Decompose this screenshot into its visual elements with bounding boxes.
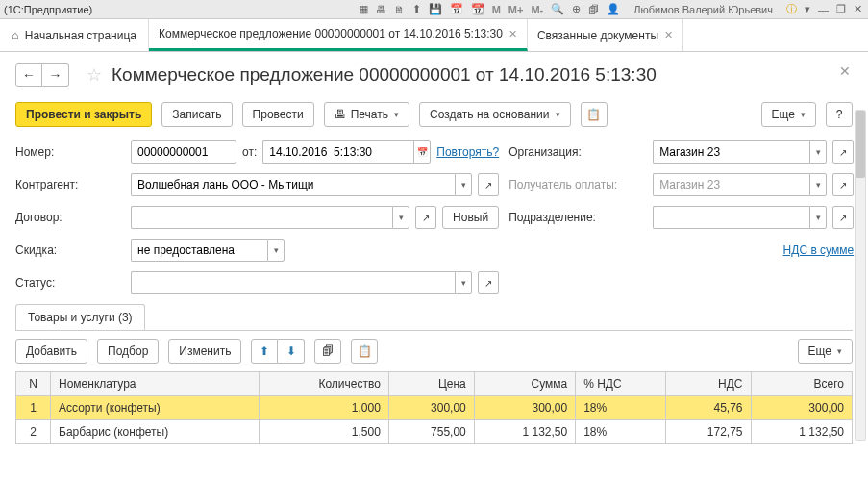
open-icon[interactable]: ↗ (478, 271, 499, 294)
copy-button[interactable]: 🗐 (314, 339, 341, 364)
table-cell[interactable]: 1 132,50 (474, 420, 575, 444)
table-cell[interactable]: 300,00 (751, 396, 852, 420)
col-n[interactable]: N (16, 372, 51, 396)
calendar-icon[interactable]: 📅 (413, 140, 431, 164)
m-button[interactable]: M (490, 4, 503, 15)
date-input[interactable] (262, 140, 413, 164)
table-cell[interactable]: 1 132,50 (751, 420, 852, 444)
minimize-button[interactable]: — (816, 4, 831, 15)
m-minus-button[interactable]: M- (529, 4, 545, 15)
page-close-icon[interactable]: ✕ (839, 63, 851, 79)
table-row[interactable]: 1Ассорти (конфеты)1,000300,00300,0018%45… (16, 396, 853, 420)
table-cell[interactable]: Ассорти (конфеты) (51, 396, 260, 420)
division-input[interactable] (653, 206, 809, 229)
payee-input[interactable] (653, 173, 809, 196)
chevron-down-icon[interactable]: ▾ (455, 173, 472, 196)
table-cell[interactable]: 2 (16, 420, 51, 444)
table-cell[interactable]: 300,00 (388, 396, 474, 420)
scrollbar-thumb[interactable] (856, 111, 865, 178)
dropdown-icon[interactable]: ▾ (803, 3, 812, 15)
post-close-button[interactable]: Провести и закрыть (15, 102, 152, 127)
back-button[interactable]: ← (15, 63, 42, 87)
repeat-link[interactable]: Повторять? (436, 145, 499, 159)
payee-group: ▾ ↗ (653, 173, 854, 196)
chevron-down-icon[interactable]: ▾ (392, 206, 409, 229)
table-cell[interactable]: 755,00 (388, 420, 474, 444)
toolbar-icon[interactable]: ▦ (357, 3, 370, 15)
calc-icon[interactable]: 📅 (448, 3, 465, 15)
star-icon[interactable]: ☆ (87, 64, 102, 86)
restore-button[interactable]: ❐ (834, 3, 848, 15)
col-sum[interactable]: Сумма (474, 372, 575, 396)
chevron-down-icon[interactable]: ▾ (267, 239, 285, 262)
org-input[interactable] (653, 140, 809, 164)
save-button[interactable]: Записать (161, 102, 232, 127)
home-tab[interactable]: ⌂ Начальная страница (0, 19, 149, 51)
open-icon[interactable]: ↗ (832, 173, 854, 196)
table-cell[interactable]: 18% (576, 396, 665, 420)
table-cell[interactable]: Барбарис (конфеты) (51, 420, 260, 444)
table-cell[interactable]: 1,500 (260, 420, 389, 444)
print-button[interactable]: 🖶 Печать ▾ (324, 102, 409, 127)
m-plus-button[interactable]: M+ (507, 4, 526, 15)
calendar-icon[interactable]: 📆 (469, 3, 486, 15)
close-icon[interactable]: ✕ (508, 28, 517, 40)
tab-related[interactable]: Связанные документы ✕ (528, 19, 683, 51)
pick-button[interactable]: Подбор (97, 339, 159, 364)
counterparty-input[interactable] (131, 173, 455, 196)
zoom-in-icon[interactable]: 🔍 (549, 3, 566, 15)
table-cell[interactable]: 1,000 (260, 396, 389, 420)
table-row[interactable]: 2Барбарис (конфеты)1,500755,001 132,5018… (16, 420, 853, 444)
info-icon[interactable]: ⓘ (784, 2, 799, 16)
status-input[interactable] (131, 271, 455, 294)
table-cell[interactable]: 1 (16, 396, 51, 420)
open-icon[interactable]: ↗ (832, 206, 854, 229)
print-icon[interactable]: 🖶 (374, 4, 388, 15)
col-vat-pct[interactable]: % НДС (576, 372, 665, 396)
create-based-button[interactable]: Создать на основании ▾ (419, 102, 571, 127)
chevron-down-icon[interactable]: ▾ (455, 271, 472, 294)
paste-button[interactable]: 📋 (351, 339, 378, 364)
scrollbar[interactable] (855, 110, 866, 441)
col-total[interactable]: Всего (751, 372, 852, 396)
content-area: ← → ☆ Коммерческое предложение 000000000… (0, 52, 868, 444)
help-button[interactable]: ? (826, 102, 853, 127)
more-button[interactable]: Еще ▾ (761, 102, 816, 127)
close-button[interactable]: ✕ (852, 3, 864, 15)
report-button[interactable]: 📋 (581, 102, 608, 127)
chevron-down-icon[interactable]: ▾ (809, 173, 827, 196)
number-input[interactable] (131, 140, 236, 164)
doc-icon[interactable]: 🗎 (392, 4, 407, 15)
discount-input[interactable] (131, 239, 267, 262)
open-icon[interactable]: ↗ (478, 173, 499, 196)
table-cell[interactable]: 18% (576, 420, 665, 444)
col-qty[interactable]: Количество (260, 372, 389, 396)
vat-link[interactable]: НДС в сумме (783, 243, 855, 257)
save-icon[interactable]: 💾 (427, 3, 444, 15)
table-more-button[interactable]: Еще ▾ (798, 339, 853, 364)
post-button[interactable]: Провести (242, 102, 314, 127)
up-icon[interactable]: ⬆ (410, 3, 423, 15)
add-button[interactable]: Добавить (15, 339, 87, 364)
col-price[interactable]: Цена (388, 372, 474, 396)
chevron-down-icon[interactable]: ▾ (809, 140, 827, 164)
new-button[interactable]: Новый (442, 206, 499, 229)
table-cell[interactable]: 172,75 (665, 420, 751, 444)
copy-icon[interactable]: 🗐 (586, 4, 601, 15)
move-down-button[interactable]: ⬇ (278, 339, 305, 364)
close-icon[interactable]: ✕ (664, 29, 673, 41)
tab-document[interactable]: Коммерческое предложение 00000000001 от … (149, 19, 528, 51)
col-vat[interactable]: НДС (665, 372, 751, 396)
contract-input[interactable] (131, 206, 392, 229)
zoom-icon[interactable]: ⊕ (570, 3, 583, 15)
open-icon[interactable]: ↗ (832, 140, 854, 164)
edit-button[interactable]: Изменить (168, 339, 241, 364)
forward-button[interactable]: → (42, 63, 69, 87)
col-nomenclature[interactable]: Номенклатура (51, 372, 260, 396)
chevron-down-icon[interactable]: ▾ (809, 206, 827, 229)
table-cell[interactable]: 300,00 (474, 396, 575, 420)
open-icon[interactable]: ↗ (415, 206, 436, 229)
tab-goods[interactable]: Товары и услуги (3) (15, 304, 145, 330)
move-up-button[interactable]: ⬆ (251, 339, 278, 364)
table-cell[interactable]: 45,76 (665, 396, 751, 420)
